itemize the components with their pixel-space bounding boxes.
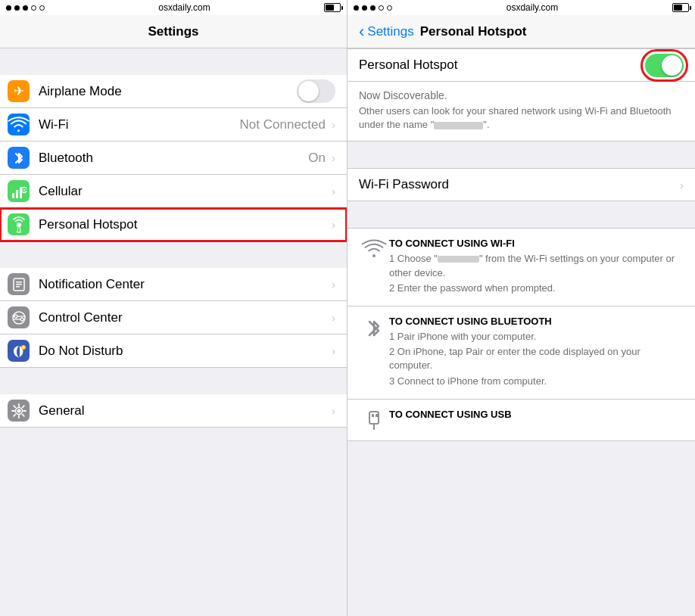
dot3 bbox=[23, 5, 28, 11]
discoverable-text-end: ". bbox=[483, 119, 489, 130]
wifi-chevron: › bbox=[332, 118, 335, 131]
hotspot-icon-bg bbox=[8, 213, 30, 235]
left-nav-bar: Settings bbox=[0, 15, 347, 48]
airplane-mode-toggle[interactable] bbox=[297, 79, 335, 103]
list-item-personal-hotspot[interactable]: Personal Hotspot › bbox=[0, 208, 347, 241]
connect-bt-step1: 1 Pair iPhone with your computer. bbox=[389, 330, 684, 344]
battery-icon bbox=[324, 3, 341, 12]
connect-item-bluetooth: TO CONNECT USING BLUETOOTH 1 Pair iPhone… bbox=[348, 306, 695, 400]
dot1 bbox=[6, 5, 11, 11]
r-dot2 bbox=[362, 5, 367, 11]
dot2 bbox=[14, 5, 20, 11]
list-item-airplane-mode[interactable]: ✈ Airplane Mode bbox=[0, 75, 347, 108]
svg-rect-22 bbox=[376, 414, 378, 417]
right-nav-title: Personal Hotspot bbox=[420, 24, 527, 39]
left-status-title: osxdaily.com bbox=[158, 2, 210, 13]
list-item-bluetooth[interactable]: Bluetooth On › bbox=[0, 142, 347, 175]
svg-rect-21 bbox=[372, 414, 374, 417]
back-arrow-icon[interactable]: ‹ bbox=[359, 23, 364, 40]
right-status-right bbox=[672, 3, 689, 12]
cellular-icon-bg bbox=[8, 180, 30, 202]
airplane-symbol: ✈ bbox=[14, 83, 24, 99]
connect-wifi-icon bbox=[359, 239, 389, 259]
hotspot-toggle-label: Personal Hotspot bbox=[359, 58, 645, 73]
bluetooth-chevron: › bbox=[332, 151, 335, 164]
left-status-bar: osxdaily.com bbox=[0, 0, 347, 15]
right-status-bar: osxdaily.com bbox=[348, 0, 695, 15]
wifi-value: Not Connected bbox=[240, 117, 326, 132]
right-signal-dots bbox=[354, 5, 392, 11]
dot5 bbox=[39, 5, 45, 11]
notification-center-chevron: › bbox=[332, 278, 335, 291]
connect-section: TO CONNECT USING WI-FI 1 Choose "" from … bbox=[348, 228, 695, 440]
do-not-disturb-icon bbox=[11, 344, 26, 359]
connect-bt-step2: 2 On iPhone, tap Pair or enter the code … bbox=[389, 345, 684, 372]
connect-usb-icon bbox=[359, 410, 389, 431]
connect-wifi-step2: 2 Enter the password when prompted. bbox=[389, 282, 684, 295]
svg-point-4 bbox=[23, 189, 25, 191]
airplane-mode-knob bbox=[298, 81, 319, 101]
bluetooth-label: Bluetooth bbox=[39, 151, 308, 166]
connect-wifi-step1: 1 Choose "" from the Wi-Fi settings on y… bbox=[389, 252, 684, 279]
connect-bt-svg bbox=[366, 317, 382, 340]
right-panel: osxdaily.com ‹ Settings Personal Hotspot… bbox=[348, 0, 695, 616]
signal-dots bbox=[6, 5, 45, 11]
list-item-control-center[interactable]: Control Center › bbox=[0, 301, 347, 334]
connect-bt-text: TO CONNECT USING BLUETOOTH 1 Pair iPhone… bbox=[389, 316, 684, 390]
cellular-icon bbox=[11, 184, 26, 199]
wifi-password-label: Wi-Fi Password bbox=[359, 177, 680, 192]
control-center-chevron: › bbox=[332, 311, 335, 324]
general-chevron: › bbox=[332, 404, 335, 417]
svg-rect-7 bbox=[16, 284, 22, 285]
list-item-notification-center[interactable]: Notification Center › bbox=[0, 268, 347, 301]
svg-rect-8 bbox=[16, 286, 20, 288]
control-center-icon bbox=[11, 310, 26, 325]
connect-item-usb: TO CONNECT USING USB bbox=[348, 400, 695, 440]
connect-item-wifi: TO CONNECT USING WI-FI 1 Choose "" from … bbox=[348, 229, 695, 306]
hotspot-icon bbox=[11, 216, 27, 233]
settings-list[interactable]: ✈ Airplane Mode Wi-Fi Not Connected › bbox=[0, 48, 347, 616]
connect-bt-step3: 3 Connect to iPhone from computer. bbox=[389, 375, 684, 388]
control-center-label: Control Center bbox=[39, 310, 332, 325]
airplane-mode-label: Airplane Mode bbox=[39, 84, 297, 99]
discoverable-title: Now Discoverable. bbox=[359, 89, 684, 101]
notification-center-label: Notification Center bbox=[39, 277, 332, 292]
hotspot-toggle-row[interactable]: Personal Hotspot bbox=[348, 48, 695, 82]
section-gap-top bbox=[0, 48, 347, 75]
right-battery-fill bbox=[674, 5, 682, 11]
notification-center-icon bbox=[12, 277, 26, 292]
general-label: General bbox=[39, 403, 332, 418]
connect-usb-text: TO CONNECT USING USB bbox=[389, 409, 684, 423]
do-not-disturb-chevron: › bbox=[332, 344, 335, 357]
discoverable-section: Now Discoverable. Other users can look f… bbox=[348, 82, 695, 142]
left-status-right bbox=[324, 3, 341, 12]
svg-point-10 bbox=[14, 315, 17, 318]
list-item-cellular[interactable]: Cellular › bbox=[0, 175, 347, 208]
hotspot-toggle[interactable] bbox=[645, 54, 684, 77]
list-item-general[interactable]: General › bbox=[0, 394, 347, 428]
airplane-mode-icon: ✈ bbox=[8, 80, 30, 102]
section-gap-2 bbox=[0, 241, 347, 268]
r-dot5 bbox=[387, 5, 392, 11]
back-label[interactable]: Settings bbox=[367, 24, 413, 39]
list-item-wifi[interactable]: Wi-Fi Not Connected › bbox=[0, 108, 347, 142]
list-item-do-not-disturb[interactable]: Do Not Disturb › bbox=[0, 334, 347, 368]
bluetooth-icon bbox=[14, 150, 24, 166]
bluetooth-icon-bg bbox=[8, 147, 30, 169]
connect-usb-svg bbox=[364, 410, 384, 431]
connect-wifi-text: TO CONNECT USING WI-FI 1 Choose "" from … bbox=[389, 238, 684, 297]
right-battery-icon bbox=[672, 3, 689, 12]
svg-rect-19 bbox=[369, 412, 379, 424]
wifi-password-row[interactable]: Wi-Fi Password › bbox=[348, 168, 695, 201]
left-nav-title: Settings bbox=[148, 24, 198, 39]
connect-wifi-title: TO CONNECT USING WI-FI bbox=[389, 238, 684, 249]
connect-wifi-svg bbox=[361, 239, 387, 259]
do-not-disturb-icon-bg bbox=[8, 340, 30, 362]
dot4 bbox=[31, 5, 36, 11]
svg-rect-1 bbox=[16, 190, 18, 198]
general-icon bbox=[11, 403, 27, 419]
wifi-label: Wi-Fi bbox=[39, 117, 240, 132]
wifi-icon-bg bbox=[8, 114, 30, 135]
section-gap-3 bbox=[0, 368, 347, 394]
connect-usb-title: TO CONNECT USING USB bbox=[389, 409, 684, 420]
